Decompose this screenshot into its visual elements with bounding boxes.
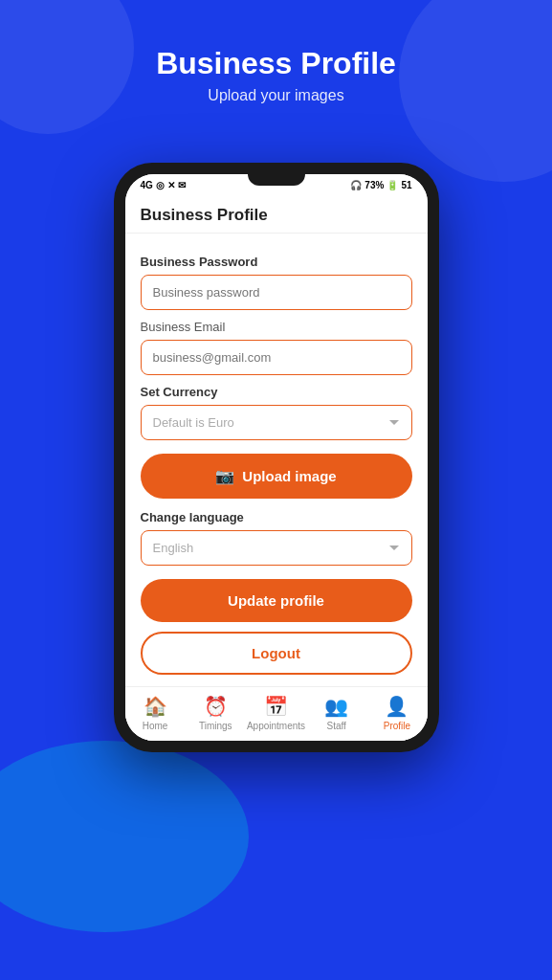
battery-icon: 🔋 — [386, 180, 398, 190]
password-input[interactable] — [141, 275, 412, 310]
nav-label-profile: Profile — [384, 721, 410, 731]
currency-select[interactable]: Default is Euro USD - Dollar GBP - Pound — [141, 405, 412, 440]
language-label: Change language — [141, 510, 412, 524]
form-section: Business Password Business Email Set Cur… — [125, 234, 428, 686]
page-title: Business Profile — [19, 46, 533, 81]
phone-screen: 4G ◎ ✕ ✉ 🎧 73% 🔋 51 Business Profile — [125, 174, 428, 741]
bottom-nav: 🏠 Home ⏰ Timings 📅 Appointments 👥 Staff — [125, 686, 428, 741]
nav-item-staff[interactable]: 👥 Staff — [306, 695, 366, 731]
password-label: Business Password — [141, 255, 412, 269]
profile-icon: 👤 — [385, 695, 408, 718]
nav-label-staff: Staff — [327, 721, 346, 731]
nav-label-timings: Timings — [199, 721, 232, 731]
nav-label-appointments: Appointments — [247, 721, 305, 731]
nav-item-timings[interactable]: ⏰ Timings — [186, 695, 246, 731]
bg-decoration-wave — [0, 741, 249, 932]
headphone-icon: 🎧 — [350, 180, 362, 190]
email-icon: ✉ — [178, 180, 186, 190]
nav-label-home: Home — [143, 721, 168, 731]
update-button-label: Update profile — [228, 592, 324, 609]
nav-item-profile[interactable]: 👤 Profile — [366, 695, 427, 731]
update-profile-button[interactable]: Update profile — [141, 579, 412, 622]
camera-icon: 📷 — [215, 467, 234, 485]
logout-button-label: Logout — [252, 645, 300, 661]
page-subtitle: Upload your images — [19, 87, 533, 104]
time: 51 — [401, 180, 411, 190]
app-header: Business Profile — [125, 194, 428, 234]
currency-label: Set Currency — [141, 385, 412, 399]
status-left: 4G ◎ ✕ ✉ — [141, 180, 186, 190]
signal-icon: 4G — [141, 180, 153, 190]
phone-outer-frame: 4G ◎ ✕ ✉ 🎧 73% 🔋 51 Business Profile — [114, 163, 439, 752]
timings-icon: ⏰ — [204, 695, 228, 718]
app-content: Business Profile Business Password Busin… — [125, 194, 428, 741]
staff-icon: 👥 — [324, 695, 348, 718]
upload-button-label: Upload image — [242, 468, 336, 484]
wifi-icon: ◎ — [156, 180, 165, 190]
status-right: 🎧 73% 🔋 51 — [350, 180, 411, 190]
nav-item-appointments[interactable]: 📅 Appointments — [246, 695, 306, 731]
no-signal-icon: ✕ — [167, 180, 175, 190]
nav-item-home[interactable]: 🏠 Home — [125, 695, 186, 731]
header-section: Business Profile Upload your images — [0, 0, 552, 123]
email-input[interactable] — [141, 340, 412, 375]
logout-button[interactable]: Logout — [141, 632, 412, 675]
appointments-icon: 📅 — [264, 695, 288, 718]
upload-image-button[interactable]: 📷 Upload image — [141, 454, 412, 499]
home-icon: 🏠 — [144, 695, 167, 718]
language-select[interactable]: English French Spanish German — [141, 530, 412, 566]
phone-mockup: 4G ◎ ✕ ✉ 🎧 73% 🔋 51 Business Profile — [114, 163, 439, 752]
phone-notch — [248, 174, 305, 186]
battery-percent: 73% — [364, 180, 384, 190]
email-label: Business Email — [141, 320, 412, 334]
app-title: Business Profile — [141, 206, 412, 225]
